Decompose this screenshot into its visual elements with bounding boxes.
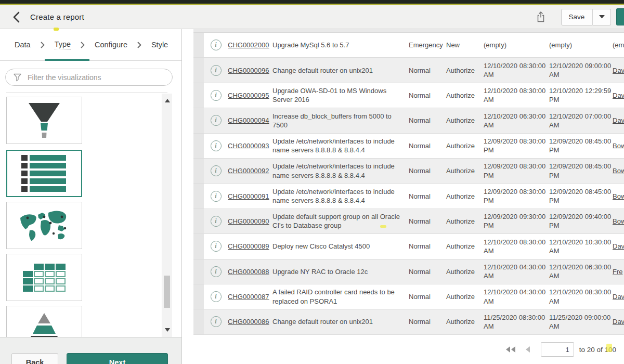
share-button[interactable] — [536, 11, 545, 23]
assigned-cell: Dav — [613, 92, 624, 99]
info-cell — [204, 266, 228, 277]
back-button[interactable]: Back — [11, 353, 58, 364]
change-number-link[interactable]: CHG0000088 — [228, 268, 269, 276]
change-number-link[interactable]: CHG0000092 — [228, 167, 269, 175]
back-chevron-icon — [12, 11, 20, 23]
end-date-cell: 12/10/2020 07:00:00 AM — [549, 112, 613, 129]
info-icon[interactable] — [211, 291, 222, 302]
assigned-cell: Dav — [613, 67, 624, 74]
change-number-link[interactable]: CHG0000086 — [228, 318, 269, 326]
priority-cell: Normal — [409, 116, 446, 124]
assigned-link[interactable]: Dav — [613, 318, 624, 326]
first-page-button[interactable] — [505, 346, 517, 353]
table-body: CHG0002000 Upgrade MySql 5.6 to 5.7 Emer… — [193, 33, 624, 335]
info-icon[interactable] — [211, 115, 222, 126]
assigned-link[interactable]: Bow — [613, 217, 624, 225]
page-title: Create a report — [30, 12, 84, 21]
next-button[interactable]: Next — [67, 353, 168, 364]
change-number-link[interactable]: CHG0000095 — [228, 92, 269, 99]
info-icon[interactable] — [211, 216, 222, 227]
info-icon[interactable] — [211, 140, 222, 151]
report-designer-sidebar: Data Type Configure Style — [0, 29, 182, 364]
breadcrumb-step-type[interactable]: Type — [55, 40, 71, 49]
info-icon[interactable] — [211, 90, 222, 101]
priority-cell: Normal — [409, 167, 446, 175]
assigned-link[interactable]: Dav — [613, 293, 624, 301]
table-row: CHG0002000 Upgrade MySql 5.6 to 5.7 Emer… — [193, 33, 624, 58]
table-row: CHG0000091 Update /etc/network/interface… — [193, 184, 624, 209]
assigned-link[interactable]: Fre — [613, 268, 623, 276]
world-map-icon — [17, 210, 71, 242]
viz-card-table-grid[interactable] — [6, 254, 82, 301]
end-date-cell: 12/09/2020 08:45:00 PM — [549, 137, 613, 154]
change-number-link[interactable]: CHG0000096 — [228, 67, 269, 74]
breadcrumb-step-data[interactable]: Data — [15, 41, 31, 49]
priority-cell: Normal — [409, 92, 446, 99]
row-gutter — [193, 184, 204, 208]
info-icon[interactable] — [211, 241, 222, 252]
start-date-cell: 12/10/2020 04:30:00 AM — [484, 263, 549, 280]
assigned-link[interactable]: Bow — [613, 192, 624, 200]
priority-cell: Emergency — [409, 41, 446, 49]
info-icon[interactable] — [211, 165, 222, 176]
row-gutter — [193, 33, 204, 57]
info-icon[interactable] — [211, 316, 222, 327]
funnel-filter-icon — [13, 73, 22, 82]
assigned-link[interactable]: Dav — [613, 92, 624, 99]
breadcrumb-step-configure[interactable]: Configure — [95, 41, 127, 49]
assigned-cell: (empty) — [613, 41, 624, 49]
short-description-cell: Update /etc/network/interfaces to includ… — [272, 187, 409, 205]
info-icon[interactable] — [211, 65, 222, 76]
save-dropdown-button[interactable] — [592, 9, 611, 25]
state-cell: New — [446, 41, 484, 49]
table-row: CHG0000088 Upgrade NY RAC to Oracle 12c … — [193, 259, 624, 284]
change-number-link[interactable]: CHG0000094 — [228, 116, 269, 124]
start-date-cell: (empty) — [484, 41, 549, 49]
row-gutter — [193, 209, 204, 233]
viz-card-list[interactable] — [6, 150, 82, 197]
visualization-filter — [5, 69, 173, 86]
change-number-link[interactable]: CHG0000093 — [228, 142, 269, 150]
change-number-link[interactable]: CHG0002000 — [228, 41, 269, 49]
priority-cell: Normal — [409, 217, 446, 225]
change-number-link[interactable]: CHG0000090 — [228, 217, 269, 225]
row-gutter — [193, 284, 204, 309]
breadcrumb-step-style[interactable]: Style — [151, 41, 168, 49]
change-number-link[interactable]: CHG0000087 — [228, 293, 269, 301]
filter-visualizations-input[interactable] — [27, 73, 172, 82]
change-number-link[interactable]: CHG0000089 — [228, 242, 269, 250]
state-cell: Authorize — [446, 116, 484, 124]
page-number-input[interactable] — [541, 342, 574, 357]
chevron-right-icon — [81, 42, 85, 48]
viz-card-funnel[interactable] — [6, 97, 82, 144]
assigned-link[interactable]: Dav — [613, 116, 624, 124]
previous-page-button[interactable] — [525, 346, 530, 353]
start-date-cell: 12/10/2020 08:30:00 AM — [484, 238, 549, 255]
scroll-up-arrow[interactable] — [165, 99, 170, 102]
assigned-link[interactable]: (empty) — [613, 41, 624, 49]
chevron-down-icon — [599, 15, 605, 19]
list-divider — [6, 93, 167, 93]
run-report-button-partial[interactable] — [616, 8, 624, 25]
info-icon[interactable] — [211, 40, 222, 50]
end-date-cell: 12/10/2020 12:29:59 PM — [549, 86, 613, 104]
assigned-link[interactable]: Bow — [613, 142, 624, 150]
short-description-cell: Change default router on unix201 — [272, 317, 409, 326]
info-icon[interactable] — [211, 266, 222, 277]
info-icon[interactable] — [211, 191, 222, 202]
end-date-cell: 12/10/2020 10:30:00 AM — [549, 238, 613, 255]
viz-card-world-map[interactable] — [6, 202, 82, 249]
change-number-cell: CHG0000089 — [228, 242, 272, 250]
row-gutter — [193, 83, 204, 108]
info-cell — [204, 115, 228, 126]
assigned-link[interactable]: Dav — [613, 242, 624, 250]
change-number-cell: CHG0000086 — [228, 318, 272, 326]
assigned-link[interactable]: Dav — [613, 67, 624, 74]
assigned-link[interactable]: Bow — [613, 167, 624, 175]
scrollbar-thumb[interactable] — [164, 276, 170, 308]
info-cell — [204, 140, 228, 151]
back-arrow-button[interactable] — [11, 10, 21, 24]
scroll-down-arrow[interactable] — [165, 328, 170, 332]
save-button[interactable]: Save — [561, 9, 592, 25]
change-number-link[interactable]: CHG0000091 — [228, 192, 269, 200]
